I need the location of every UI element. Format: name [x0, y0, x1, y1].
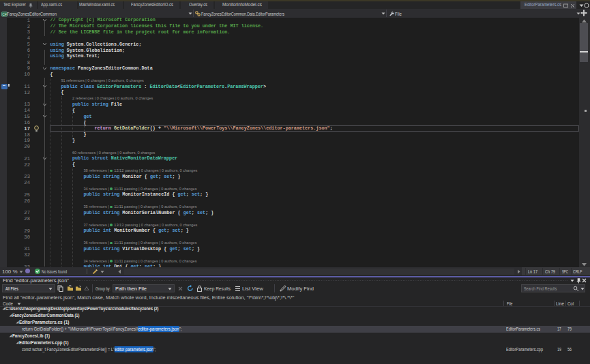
svg-text:C#: C# [2, 12, 7, 16]
